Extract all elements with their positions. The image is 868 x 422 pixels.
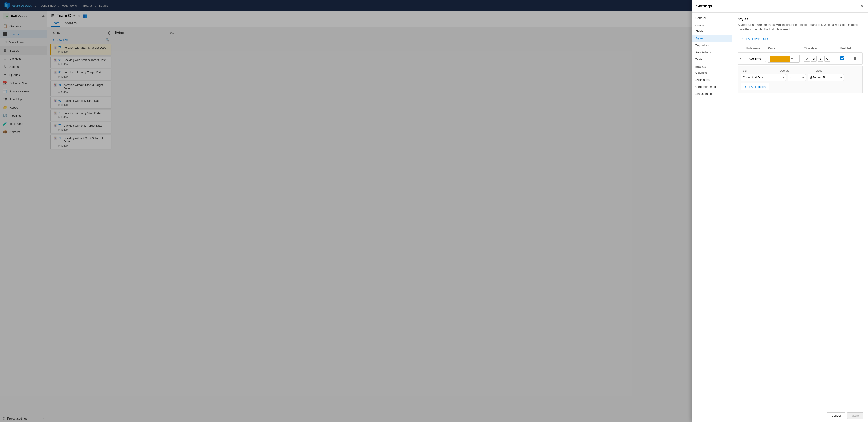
settings-nav: General Cards Fields Styles Tag colors A… xyxy=(692,13,733,409)
color-picker-button[interactable]: ▾ xyxy=(768,55,800,63)
settings-nav-general[interactable]: General xyxy=(692,14,732,22)
settings-nav-fields[interactable]: Fields xyxy=(692,28,732,35)
criteria-operator-select[interactable]: < > = xyxy=(788,74,806,81)
settings-nav-section-cards: Cards xyxy=(692,22,732,28)
style-strikethrough-button[interactable]: U xyxy=(825,56,830,61)
style-underline-button[interactable]: A̲ xyxy=(804,56,810,61)
settings-close-button[interactable]: × xyxy=(861,4,864,9)
settings-nav-styles[interactable]: Styles xyxy=(692,35,732,42)
criteria-operator-label: Operator xyxy=(780,69,790,72)
col-rule-name: Rule name xyxy=(746,47,768,50)
settings-body: General Cards Fields Styles Tag colors A… xyxy=(692,13,868,409)
rule-table-header: Rule name Color Title style Enabled xyxy=(738,46,863,51)
settings-header: Settings × xyxy=(692,0,868,13)
settings-nav-status-badge[interactable]: Status badge xyxy=(692,90,732,97)
operator-select-wrapper: < > = xyxy=(788,74,806,81)
style-bold-button[interactable]: B xyxy=(811,56,817,61)
settings-footer: Cancel Save xyxy=(692,409,868,422)
criteria-value-label: Value xyxy=(815,69,838,72)
rule-expand-chevron[interactable]: ▾ xyxy=(740,57,747,60)
settings-overlay: Settings × General Cards Fields Styles T… xyxy=(0,0,868,422)
styles-section-title: Styles xyxy=(738,17,863,21)
add-criteria-button[interactable]: ＋ + Add criteria xyxy=(741,83,769,90)
color-swatch xyxy=(770,56,790,61)
criteria-field-select[interactable]: Committed Date xyxy=(741,74,786,81)
add-styling-rule-button[interactable]: ＋ + Add styling rule xyxy=(738,35,771,42)
col-title-style: Title style xyxy=(804,47,840,50)
settings-panel: Settings × General Cards Fields Styles T… xyxy=(692,0,868,422)
rule-row: ▾ ▾ A̲ B I xyxy=(738,53,863,93)
rule-delete-button[interactable]: 🗑 xyxy=(854,57,857,61)
rule-name-input[interactable] xyxy=(747,56,766,62)
settings-title: Settings xyxy=(696,4,712,8)
settings-nav-columns[interactable]: Columns xyxy=(692,69,732,76)
settings-content: Styles Styling rules make the cards with… xyxy=(733,13,868,409)
criteria-header-row: Field Operator Value xyxy=(741,69,860,72)
color-picker-caret: ▾ xyxy=(791,57,793,60)
value-select-wrapper: @Today - 5 xyxy=(808,74,844,81)
rule-enabled-checkbox[interactable] xyxy=(840,56,844,60)
field-select-wrapper: Committed Date xyxy=(741,74,786,81)
styles-section-desc: Styling rules make the cards with import… xyxy=(738,23,863,31)
settings-nav-card-reordering[interactable]: Card reordering xyxy=(692,83,732,90)
criteria-value-select[interactable]: @Today - 5 xyxy=(808,74,844,81)
rule-criteria: Field Operator Value Committed Date xyxy=(738,66,863,93)
add-icon: ＋ xyxy=(741,37,744,41)
settings-nav-swimlanes[interactable]: Swimlanes xyxy=(692,76,732,83)
col-enabled: Enabled xyxy=(840,47,854,50)
title-style-controls: A̲ B I U xyxy=(804,56,840,61)
criteria-field-label: Field xyxy=(741,69,768,72)
style-italic-button[interactable]: I xyxy=(817,56,824,61)
settings-nav-annotations[interactable]: Annotations xyxy=(692,49,732,56)
cancel-button[interactable]: Cancel xyxy=(827,412,845,419)
settings-nav-tests[interactable]: Tests xyxy=(692,56,732,63)
add-criteria-icon: ＋ xyxy=(744,85,747,89)
settings-nav-tag-colors[interactable]: Tag colors xyxy=(692,42,732,49)
col-color: Color xyxy=(768,47,804,50)
settings-nav-section-boards: Boards xyxy=(692,63,732,69)
save-button[interactable]: Save xyxy=(847,412,864,419)
criteria-inputs: Committed Date < > = xyxy=(741,74,860,81)
